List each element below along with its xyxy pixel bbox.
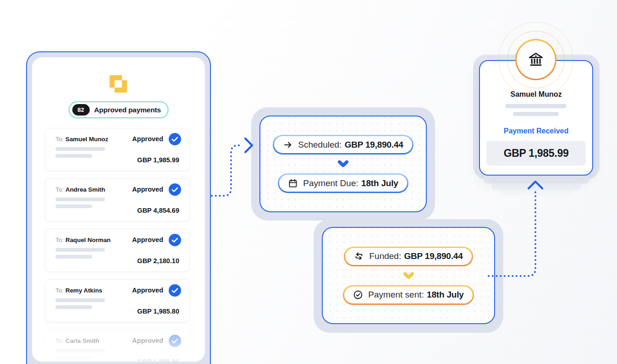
placeholder-bar [55,305,92,309]
placeholder-bar [505,104,567,108]
payment-sent-label: Payment sent: [368,290,424,299]
placeholder-bar [55,255,92,259]
placeholder-bar [55,248,105,252]
recipient-name: Samuel Munoz [66,136,108,143]
approved-payments-panel: 82 Approved payments To: Samuel Munoz Ap… [26,51,211,364]
payment-sent-pill: Payment sent: 18th July [343,285,474,305]
placeholder-bar [55,356,92,359]
to-label: To: [55,237,64,243]
scheduled-value: GBP 19,890.44 [345,140,403,149]
recipient-name: Raquel Norman [66,237,110,243]
recipient-name: Carla Smith [66,337,99,344]
payment-row-list: To: Samuel Munoz Approved GBP 1,985.99 T… [45,128,190,362]
received-amount: GBP 1,985.99 [486,141,586,165]
chevron-down-icon [337,160,349,168]
placeholder-bar [55,349,105,353]
placeholder-bar [55,198,105,201]
approved-check-icon [169,284,181,297]
payment-flow-illustration: 82 Approved payments To: Samuel Munoz Ap… [0,0,617,364]
payment-received-label: Payment Received [479,127,593,135]
recipient-name: Samuel Munoz [479,90,593,99]
overlapping-squares-logo [110,75,127,93]
placeholder-bar [55,204,92,208]
status-label: Approved [132,236,163,243]
payment-amount: GBP 2,180.10 [137,257,179,265]
payment-due-pill: Payment Due: 18th July [278,173,408,193]
status-label: Approved [132,337,163,344]
status-label: Approved [132,287,163,294]
placeholder-bar [55,298,105,302]
badge-count: 82 [72,104,89,116]
payment-row: To: Raquel Norman Approved GBP 2,180.10 [45,229,190,272]
payment-row: To: Carla Smith Approved GBP 1,985.99 [45,330,190,362]
chevron-down-icon [403,272,414,280]
placeholder-bar [513,112,559,116]
payment-row: To: Remy Atkins Approved GBP 1,985.80 [45,279,190,322]
swap-horizontal-icon [354,251,364,261]
payment-amount: GBP 1,985.99 [137,358,179,362]
scheduled-label: Scheduled: [298,140,342,149]
payment-amount: GBP 1,985.99 [137,156,179,164]
approved-check-icon [169,234,181,246]
stacked-sheet [483,175,589,184]
check-circle-icon [353,290,363,300]
payment-due-label: Payment Due: [303,178,358,188]
payment-amount: GBP 4,854.69 [137,207,179,214]
connector-left-to-scheduled [212,145,242,196]
status-label: Approved [132,135,163,143]
to-label: To: [55,186,64,193]
to-label: To: [55,287,64,294]
badge-label: Approved payments [94,106,161,114]
approved-check-icon [169,133,181,145]
approved-check-icon [169,335,181,347]
calendar-icon [288,178,298,188]
scheduled-card: Scheduled: GBP 19,890.44 Payment Due: 18… [259,116,427,212]
payment-row: To: Andrea Smith Approved GBP 4,854.69 [45,178,190,221]
arrow-right-icon [283,140,293,150]
bank-avatar [515,39,556,80]
payment-amount: GBP 1,985.80 [137,308,179,315]
placeholder-bar [55,154,92,158]
funded-label: Funded: [369,251,401,261]
recipient-name: Remy Atkins [66,287,102,294]
funded-pill: Funded: GBP 19,890.44 [344,247,473,266]
approved-check-icon [169,183,181,196]
placeholder-bar [55,147,105,151]
to-label: To: [55,337,64,344]
payment-sent-value: 18th July [427,290,464,299]
approved-payments-panel-inner: 82 Approved payments To: Samuel Munoz Ap… [32,57,205,362]
recipient-name: Andrea Smith [66,186,105,193]
payment-due-value: 18th July [361,178,398,188]
payment-row: To: Samuel Munoz Approved GBP 1,985.99 [45,128,190,171]
status-label: Approved [132,186,163,193]
funded-value: GBP 19,890.44 [404,251,463,261]
bank-icon [528,51,544,68]
to-label: To: [55,136,64,143]
scheduled-pill: Scheduled: GBP 19,890.44 [273,135,413,154]
approved-payments-badge: 82 Approved payments [68,101,169,118]
funded-card: Funded: GBP 19,890.44 Payment sent: 18th… [322,227,495,324]
